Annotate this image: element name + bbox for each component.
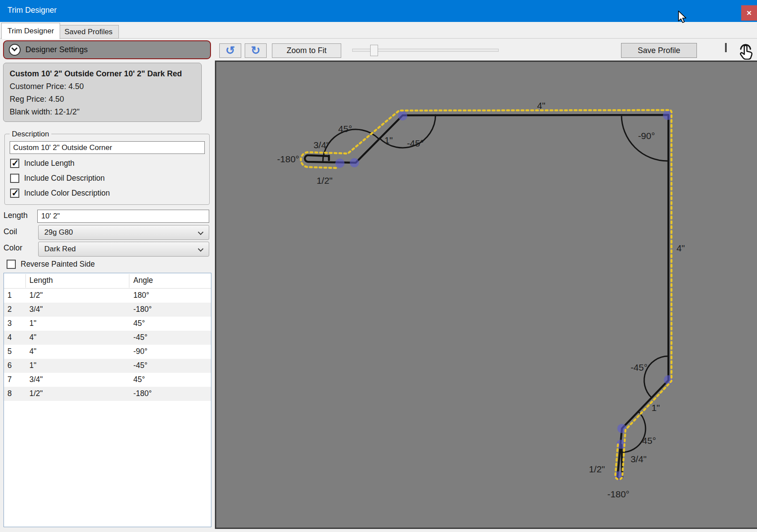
include-coil-box[interactable] <box>10 174 19 183</box>
include-length-label: Include Length <box>24 159 75 168</box>
angle-column-header[interactable]: Angle <box>133 276 153 285</box>
product-info-box: Custom 10' 2" Outside Corner 10' 2" Dark… <box>3 63 202 122</box>
trim-profile-drawing: -180°3/4"1/2"45°1"-45°4"-90°4"-45°1"45°3… <box>216 62 757 529</box>
segment-cell: 4 <box>7 333 12 342</box>
product-title: Custom 10' 2" Outside Corner 10' 2" Dark… <box>10 68 201 80</box>
include-length-box[interactable] <box>10 159 19 168</box>
color-chevron-icon <box>198 246 204 252</box>
coil-label: Coil <box>4 227 17 236</box>
touch-mode-checkbox[interactable] <box>725 43 727 52</box>
segment-cell: 5 <box>7 347 12 356</box>
dimension-label: 4" <box>676 243 685 253</box>
trim-profile-line <box>305 115 668 479</box>
include-color-label: Include Color Description <box>24 189 110 198</box>
segment-cell: -45° <box>133 361 147 370</box>
segment-row[interactable]: 81/2"-180° <box>4 387 211 401</box>
dimension-label: 3/4" <box>314 140 330 150</box>
segment-cell: 3 <box>7 319 12 328</box>
customer-price: Customer Price: 4.50 <box>10 80 201 93</box>
segment-cell: 6 <box>7 361 12 370</box>
dimension-label: 3/4" <box>631 454 647 464</box>
dimension-label: 1" <box>384 135 393 145</box>
title-bar: Trim Designer ✕ <box>0 0 757 22</box>
undo-button[interactable]: ↺ <box>219 43 241 58</box>
segment-cell: 8 <box>7 389 12 398</box>
vertex-handle[interactable] <box>350 158 359 168</box>
include-length-checkbox[interactable]: Include Length <box>10 159 75 168</box>
description-legend: Description <box>10 130 51 139</box>
segment-cell: -45° <box>133 333 147 342</box>
segment-cell: 4" <box>29 347 36 356</box>
length-column-header[interactable]: Length <box>29 276 53 285</box>
designer-settings-label: Designer Settings <box>25 45 88 54</box>
segment-row[interactable]: 31"45° <box>4 317 211 331</box>
dimension-label: -45° <box>407 138 424 148</box>
dimension-label: 45° <box>642 436 656 446</box>
segment-cell: 1" <box>29 319 36 328</box>
length-label: Length <box>4 211 28 220</box>
reverse-painted-checkbox[interactable]: Reverse Painted Side <box>7 260 95 269</box>
length-input[interactable]: 10' 2" <box>37 210 209 223</box>
include-coil-checkbox[interactable]: Include Coil Description <box>10 174 105 183</box>
dimension-label: -180° <box>277 154 299 164</box>
designer-settings-header[interactable]: Designer Settings <box>3 40 211 59</box>
color-value: Dark Red <box>44 245 76 254</box>
segment-row[interactable]: 11/2"180° <box>4 289 211 303</box>
vertex-handle[interactable] <box>398 111 407 121</box>
save-profile-button[interactable]: Save Profile <box>621 43 697 58</box>
dimension-label: 4" <box>537 100 545 111</box>
dimension-label: 1" <box>651 403 660 413</box>
include-coil-label: Include Coil Description <box>24 174 105 183</box>
tab-saved-profiles[interactable]: Saved Profiles <box>58 25 119 39</box>
segment-row[interactable]: 73/4"45° <box>4 373 211 387</box>
coil-chevron-icon <box>198 229 204 235</box>
segment-cell: 45° <box>133 319 145 328</box>
dimension-label: 45° <box>338 124 352 134</box>
blank-width: Blank width: 12-1/2" <box>10 106 201 118</box>
segment-row[interactable]: 54"-90° <box>4 345 211 359</box>
vertex-handle[interactable] <box>336 159 345 168</box>
design-canvas[interactable]: -180°3/4"1/2"45°1"-45°4"-90°4"-45°1"45°3… <box>215 61 757 529</box>
segment-cell: 2 <box>7 305 12 314</box>
dimension-label: -45° <box>631 362 648 372</box>
segment-cell: 1/2" <box>29 291 43 300</box>
segment-cell: 4" <box>29 333 36 342</box>
chevron-down-icon[interactable] <box>9 44 21 56</box>
include-color-box[interactable] <box>10 189 19 198</box>
segment-cell: -90° <box>133 347 147 356</box>
zoom-slider-thumb[interactable] <box>370 45 378 56</box>
description-input[interactable]: Custom 10' 2" Outside Corner <box>10 141 205 154</box>
zoom-to-fit-button[interactable]: Zoom to Fit <box>272 43 341 58</box>
segment-table: Length Angle 11/2"180°23/4"-180°31"45°44… <box>4 273 211 527</box>
close-button[interactable]: ✕ <box>741 5 757 21</box>
window-title: Trim Designer <box>7 6 57 15</box>
dimension-label: 1/2" <box>589 464 605 474</box>
segment-cell: 1/2" <box>29 389 43 398</box>
color-label: Color <box>4 243 22 253</box>
dimension-label: -180° <box>607 489 629 499</box>
segment-cell: 1 <box>7 291 12 300</box>
segment-cell: 3/4" <box>29 375 43 384</box>
segment-row[interactable]: 44"-45° <box>4 331 211 345</box>
segment-cell: -180° <box>133 389 152 398</box>
segment-cell: 3/4" <box>29 305 43 314</box>
coil-value: 29g G80 <box>44 228 73 237</box>
segment-cell: 45° <box>133 375 145 384</box>
tab-trim-designer[interactable]: Trim Designer <box>1 23 60 39</box>
reg-price: Reg Price: 4.50 <box>10 93 201 106</box>
redo-button[interactable]: ↻ <box>245 43 267 58</box>
segment-row[interactable]: 61"-45° <box>4 359 211 373</box>
segment-cell: -180° <box>133 305 152 314</box>
segment-table-header: Length Angle <box>4 273 211 289</box>
segment-cell: 180° <box>133 291 149 300</box>
reverse-painted-label: Reverse Painted Side <box>21 260 95 269</box>
window-bottom-edge <box>0 529 757 532</box>
coil-dropdown[interactable]: 29g G80 <box>38 225 209 240</box>
mouse-cursor <box>678 11 689 25</box>
segment-row[interactable]: 23/4"-180° <box>4 303 211 317</box>
dimension-label: -90° <box>638 131 655 141</box>
color-dropdown[interactable]: Dark Red <box>38 242 209 257</box>
dimension-label: 1/2" <box>317 175 333 186</box>
include-color-checkbox[interactable]: Include Color Description <box>10 189 110 198</box>
reverse-painted-box[interactable] <box>7 260 16 269</box>
